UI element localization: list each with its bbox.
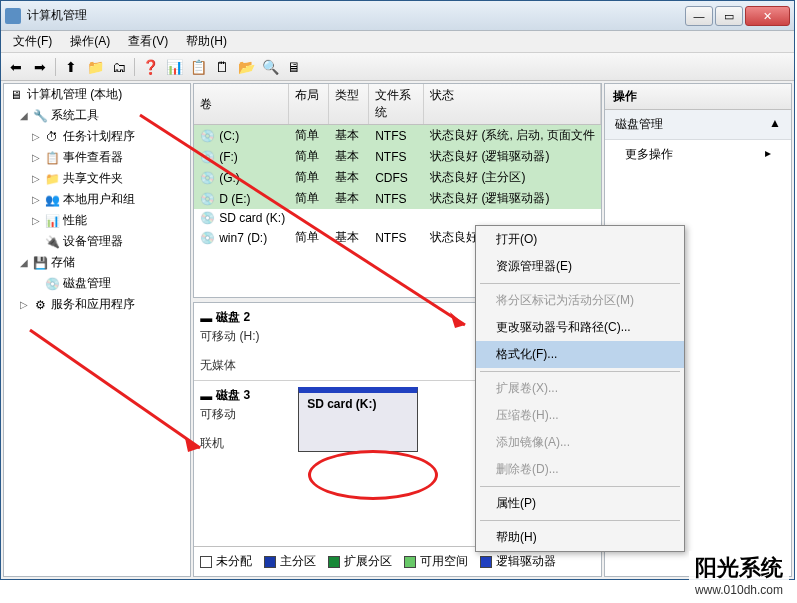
ctx-extend: 扩展卷(X)... xyxy=(476,375,684,402)
actions-header: 操作 xyxy=(605,84,791,110)
context-menu: 打开(O) 资源管理器(E) 将分区标记为活动分区(M) 更改驱动器号和路径(C… xyxy=(475,225,685,552)
volume-header: 卷 布局 类型 文件系统 状态 xyxy=(194,84,601,125)
tree-shared-folders[interactable]: ▷📁共享文件夹 xyxy=(4,168,190,189)
legend-logical-swatch xyxy=(480,556,492,568)
navigation-tree: 🖥计算机管理 (本地) ◢🔧系统工具 ▷⏱任务计划程序 ▷📋事件查看器 ▷📁共享… xyxy=(3,83,191,577)
volume-row[interactable]: 💿(G:)简单基本CDFS状态良好 (主分区) xyxy=(194,167,601,188)
volume-row[interactable]: 💿(F:)简单基本NTFS状态良好 (逻辑驱动器) xyxy=(194,146,601,167)
drive-icon: 💿 xyxy=(200,211,215,225)
maximize-button[interactable]: ▭ xyxy=(715,6,743,26)
tree-disk-management[interactable]: 💿磁盘管理 xyxy=(4,273,190,294)
col-layout[interactable]: 布局 xyxy=(289,84,329,124)
computer-icon[interactable]: 🖥 xyxy=(283,56,305,78)
ctx-change-letter[interactable]: 更改驱动器号和路径(C)... xyxy=(476,314,684,341)
col-filesystem[interactable]: 文件系统 xyxy=(369,84,424,124)
actions-section[interactable]: 磁盘管理 ▲ xyxy=(605,110,791,140)
tree-system-tools[interactable]: ◢🔧系统工具 xyxy=(4,105,190,126)
ctx-delete: 删除卷(D)... xyxy=(476,456,684,483)
search-icon[interactable]: 🔍 xyxy=(259,56,281,78)
ctx-explorer[interactable]: 资源管理器(E) xyxy=(476,253,684,280)
drive-icon: 💿 xyxy=(200,129,215,143)
ctx-mark-active: 将分区标记为活动分区(M) xyxy=(476,287,684,314)
tree-device-manager[interactable]: 🔌设备管理器 xyxy=(4,231,190,252)
volume-row[interactable]: 💿D (E:)简单基本NTFS状态良好 (逻辑驱动器) xyxy=(194,188,601,209)
watermark: 阳光系统 www.010dh.com xyxy=(689,551,789,599)
disk-icon: ▬ xyxy=(200,389,212,403)
tree-services[interactable]: ▷⚙服务和应用程序 xyxy=(4,294,190,315)
toolbar: ⬅ ➡ ⬆ 📁 🗂 ❓ 📊 📋 🗒 📂 🔍 🖥 xyxy=(1,53,794,81)
tree-local-users[interactable]: ▷👥本地用户和组 xyxy=(4,189,190,210)
col-volume[interactable]: 卷 xyxy=(194,84,289,124)
legend-primary-swatch xyxy=(264,556,276,568)
col-status[interactable]: 状态 xyxy=(424,84,601,124)
disk-icon: ▬ xyxy=(200,311,212,325)
tree-root[interactable]: 🖥计算机管理 (本地) xyxy=(4,84,190,105)
ctx-help[interactable]: 帮助(H) xyxy=(476,524,684,551)
up-icon[interactable]: ⬆ xyxy=(60,56,82,78)
ctx-properties[interactable]: 属性(P) xyxy=(476,490,684,517)
view3-icon[interactable]: 🗒 xyxy=(211,56,233,78)
chevron-right-icon: ▸ xyxy=(765,146,771,163)
ctx-mirror: 添加镜像(A)... xyxy=(476,429,684,456)
props-icon[interactable]: 🗂 xyxy=(108,56,130,78)
minimize-button[interactable]: — xyxy=(685,6,713,26)
back-icon[interactable]: ⬅ xyxy=(5,56,27,78)
drive-icon: 💿 xyxy=(200,231,215,245)
menu-help[interactable]: 帮助(H) xyxy=(178,31,235,52)
col-type[interactable]: 类型 xyxy=(329,84,369,124)
ctx-format[interactable]: 格式化(F)... xyxy=(476,341,684,368)
tree-event-viewer[interactable]: ▷📋事件查看器 xyxy=(4,147,190,168)
menu-file[interactable]: 文件(F) xyxy=(5,31,60,52)
view2-icon[interactable]: 📋 xyxy=(187,56,209,78)
legend-extended-swatch xyxy=(328,556,340,568)
tree-storage[interactable]: ◢💾存储 xyxy=(4,252,190,273)
menu-view[interactable]: 查看(V) xyxy=(120,31,176,52)
tree-task-scheduler[interactable]: ▷⏱任务计划程序 xyxy=(4,126,190,147)
more-actions[interactable]: 更多操作 ▸ xyxy=(605,140,791,169)
sdcard-partition[interactable]: SD card (K:) xyxy=(298,387,418,452)
window-title: 计算机管理 xyxy=(27,7,685,24)
refresh-icon[interactable]: 📂 xyxy=(235,56,257,78)
ctx-shrink: 压缩卷(H)... xyxy=(476,402,684,429)
drive-icon: 💿 xyxy=(200,192,215,206)
ctx-open[interactable]: 打开(O) xyxy=(476,226,684,253)
drive-icon: 💿 xyxy=(200,171,215,185)
tree-performance[interactable]: ▷📊性能 xyxy=(4,210,190,231)
legend-unallocated-swatch xyxy=(200,556,212,568)
menu-action[interactable]: 操作(A) xyxy=(62,31,118,52)
folder-icon[interactable]: 📁 xyxy=(84,56,106,78)
volume-row[interactable]: 💿(C:)简单基本NTFS状态良好 (系统, 启动, 页面文件 xyxy=(194,125,601,146)
help-icon[interactable]: ❓ xyxy=(139,56,161,78)
drive-icon: 💿 xyxy=(200,150,215,164)
forward-icon[interactable]: ➡ xyxy=(29,56,51,78)
view1-icon[interactable]: 📊 xyxy=(163,56,185,78)
app-icon xyxy=(5,8,21,24)
legend-free-swatch xyxy=(404,556,416,568)
chevron-up-icon: ▲ xyxy=(769,116,781,133)
close-button[interactable]: ✕ xyxy=(745,6,790,26)
